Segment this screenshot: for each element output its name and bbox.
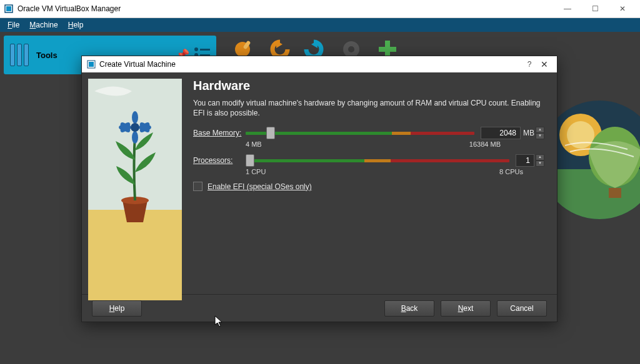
close-icon[interactable]: ✕ [537,59,552,69]
svg-rect-14 [89,62,94,67]
tools-icon [10,44,29,66]
wizard-illustration [88,79,182,300]
cpu-spinbox[interactable]: 1 ▲▼ [516,154,544,167]
create-vm-dialog: Create Virtual Machine ? ✕ [81,56,558,322]
efi-checkbox[interactable] [193,182,202,191]
cancel-button[interactable]: Cancel [497,300,547,317]
page-heading: Hardware [193,79,544,93]
next-button[interactable]: Next [441,300,491,317]
memory-label: Base Memory: [193,129,246,137]
memory-spinbox[interactable]: 2048 MB ▲▼ [481,127,544,139]
main-area: Tools 📌 [0,32,640,364]
back-button[interactable]: Back [384,300,434,317]
memory-stepper[interactable]: ▲▼ [536,127,544,139]
tools-label: Tools [36,51,58,60]
svg-point-26 [131,123,139,132]
memory-row: Base Memory: 2048 MB ▲▼ [193,127,544,139]
menu-file[interactable]: File [8,21,19,29]
dialog-titlebar: Create Virtual Machine ? ✕ [82,56,557,72]
memory-slider[interactable] [246,127,474,139]
efi-checkbox-row[interactable]: Enable EFI (special OSes only) [193,182,544,191]
cpu-ticks: 1 CPU 8 CPUs [246,168,544,175]
cpu-label: Processors: [193,156,246,165]
svg-rect-12 [609,188,621,198]
close-button[interactable]: ✕ [609,0,636,17]
svg-point-5 [348,46,354,52]
help-icon[interactable]: ? [522,60,537,69]
page-description: You can modify virtual machine's hardwar… [193,98,544,118]
menu-help[interactable]: Help [68,21,84,29]
cpu-row: Processors: 1 ▲▼ [193,154,544,167]
help-button[interactable]: Help [92,300,142,317]
maximize-button[interactable]: ☐ [581,0,609,17]
svg-point-22 [132,131,138,144]
main-window-titlebar: Oracle VM VirtualBox Manager — ☐ ✕ [0,0,640,18]
svg-rect-7 [379,47,396,52]
window-title: Oracle VM VirtualBox Manager [18,4,121,13]
menubar: File Machine Help [0,18,640,32]
svg-point-18 [132,111,138,124]
cpu-value[interactable]: 1 [516,154,534,167]
cpu-stepper[interactable]: ▲▼ [536,154,544,167]
virtualbox-icon [87,60,96,69]
dialog-content: Hardware You can modify virtual machine'… [182,72,557,294]
virtualbox-icon [4,4,14,14]
minimize-button[interactable]: — [554,0,581,17]
memory-ticks: 4 MB 16384 MB [246,140,544,148]
dialog-title: Create Virtual Machine [99,60,176,69]
cpu-slider[interactable] [246,154,509,167]
svg-rect-1 [6,6,11,11]
memory-value[interactable]: 2048 [481,127,521,139]
efi-label: Enable EFI (special OSes only) [208,182,312,191]
menu-machine[interactable]: Machine [29,21,58,29]
